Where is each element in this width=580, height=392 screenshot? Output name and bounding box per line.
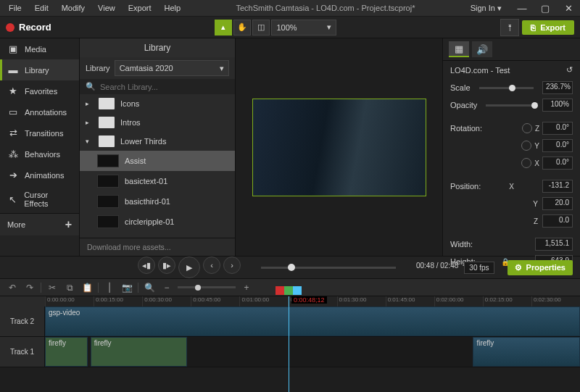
select-tool[interactable]: ▴: [215, 20, 232, 36]
snapshot-button[interactable]: 📷: [120, 281, 133, 294]
rotation-y-value[interactable]: 0.0°: [542, 139, 573, 152]
hand-icon: ✋: [237, 22, 247, 32]
sidebar-item-cursor-effects[interactable]: ↖Cursor Effects: [0, 185, 79, 213]
opacity-row: Opacity 100%: [443, 96, 580, 114]
close-button[interactable]: ✕: [560, 3, 577, 14]
minimize-button[interactable]: —: [513, 3, 531, 14]
timeline-clip[interactable]: firefly: [473, 337, 580, 367]
zoom-in-button[interactable]: +: [240, 281, 253, 294]
timeline-ruler[interactable]: 0:00:00:000:00:15:000:00:30:000:00:45:00…: [0, 296, 580, 306]
scale-value[interactable]: 236.7%: [542, 81, 573, 94]
position-x-value[interactable]: -131.2: [542, 180, 573, 193]
sidebar-item-annotations[interactable]: ▭Annotations: [0, 101, 79, 122]
properties-tab-audio[interactable]: 🔊: [472, 41, 492, 57]
library-dropdown[interactable]: Camtasia 2020 ▾: [115, 60, 229, 76]
zoom-search-button[interactable]: 🔍: [143, 281, 156, 294]
canvas-area[interactable]: [236, 38, 442, 256]
prev-frame-button[interactable]: ◂▮: [138, 257, 155, 274]
timeline-clip[interactable]: gsp-video: [45, 306, 580, 336]
pan-tool[interactable]: ✋: [233, 20, 251, 36]
library-search-input[interactable]: [100, 83, 229, 91]
copy-button[interactable]: ⧉: [63, 281, 76, 294]
rotation-z-value[interactable]: 0.0°: [542, 122, 573, 135]
position-z-value[interactable]: 0.0: [542, 214, 573, 228]
library-asset-circleripple[interactable]: circleripple-01: [80, 212, 235, 232]
sidebar-more-button[interactable]: More: [7, 220, 25, 229]
split-button[interactable]: ⎮: [103, 281, 116, 294]
record-icon: [6, 23, 14, 32]
undo-button[interactable]: ↶: [6, 281, 19, 294]
timeline-clip[interactable]: firefly: [45, 337, 88, 367]
opacity-value[interactable]: 100%: [542, 99, 573, 112]
menu-view[interactable]: View: [92, 1, 121, 14]
sidebar-add-button[interactable]: +: [65, 218, 72, 231]
library-folder-intros[interactable]: ▸Intros: [80, 113, 235, 132]
share-button[interactable]: ⭱: [500, 19, 519, 36]
track-content[interactable]: gsp-video: [45, 306, 580, 336]
folder-label: Lower Thirds: [120, 137, 166, 146]
annotations-icon: ▭: [7, 107, 19, 117]
menu-export[interactable]: Export: [123, 1, 157, 14]
library-asset-basicthird[interactable]: basicthird-01: [80, 191, 235, 212]
video-preview[interactable]: [252, 99, 426, 196]
properties-tab-video[interactable]: ▦: [449, 41, 469, 57]
export-button[interactable]: ⎘ Export: [522, 20, 574, 35]
crop-tool[interactable]: ◫: [252, 20, 270, 36]
library-asset-assist[interactable]: Assist: [80, 151, 235, 171]
sidebar-item-transitions[interactable]: ⇄Transitions: [0, 122, 79, 143]
asset-label: basictext-01: [125, 177, 167, 185]
menu-file[interactable]: File: [3, 1, 28, 14]
paste-button[interactable]: 📋: [80, 281, 94, 294]
redo-button[interactable]: ↷: [23, 281, 36, 294]
properties-button[interactable]: ⚙ Properties: [508, 260, 573, 275]
timeline-track: Track 1fireflyfireflyfirefly: [0, 337, 580, 367]
record-button[interactable]: Record: [6, 22, 51, 33]
axis-x-label: X: [509, 183, 514, 191]
rotation-x-dial[interactable]: [521, 158, 531, 168]
window-controls: Sign In ▾ — ▢ ✕: [465, 2, 577, 14]
menu-edit[interactable]: Edit: [29, 1, 54, 14]
track-label[interactable]: Track 1: [0, 337, 45, 367]
zoom-out-button[interactable]: −: [160, 281, 173, 294]
download-assets-link[interactable]: Download more assets...: [80, 238, 235, 256]
cut-button[interactable]: ✂: [46, 281, 59, 294]
scale-slider[interactable]: [479, 87, 534, 89]
opacity-slider[interactable]: [486, 104, 534, 107]
scrub-bar[interactable]: [261, 267, 396, 269]
track-label[interactable]: Track 2: [0, 306, 45, 336]
ruler-tick: 0:00:00:00: [45, 296, 94, 306]
maximize-button[interactable]: ▢: [536, 3, 554, 14]
library-search-row: 🔍: [80, 79, 235, 94]
sidebar-item-animations[interactable]: ➔Animations: [0, 164, 79, 185]
prev-clip-button[interactable]: ‹: [203, 257, 220, 274]
sidebar-item-favorites[interactable]: ★Favorites: [0, 80, 79, 101]
timeline-clip[interactable]: firefly: [91, 337, 187, 367]
fps-display[interactable]: 30 fps: [464, 262, 494, 274]
play-button[interactable]: ▶: [178, 257, 200, 278]
playback-buttons: ◂▮ ▮▸ ▶ ‹ ›: [138, 257, 241, 278]
zoom-dropdown[interactable]: 100% ▾: [271, 20, 336, 36]
library-folder-icons[interactable]: ▸Icons: [80, 94, 235, 113]
sidebar-item-library[interactable]: ▬Library: [0, 59, 79, 80]
track-content[interactable]: fireflyfireflyfirefly: [45, 337, 580, 367]
crop-icon: ◫: [257, 22, 265, 32]
library-asset-basictext[interactable]: basictext-01: [80, 171, 235, 191]
scrub-handle[interactable]: [288, 264, 295, 271]
step-back-button[interactable]: ▮▸: [158, 257, 175, 274]
rotation-x-value[interactable]: 0.0°: [542, 157, 573, 170]
position-y-value[interactable]: 20.0: [542, 197, 573, 210]
library-folder-lower-thirds[interactable]: ▾Lower Thirds: [80, 132, 235, 151]
next-clip-button[interactable]: ›: [223, 257, 241, 274]
sidebar-item-media[interactable]: ▣Media: [0, 38, 79, 59]
zoom-slider[interactable]: [178, 286, 236, 288]
sign-in-button[interactable]: Sign In ▾: [465, 2, 508, 14]
reset-icon[interactable]: ↺: [566, 65, 573, 75]
sidebar-item-behaviors[interactable]: ⁂Behaviors: [0, 143, 79, 164]
playhead[interactable]: [289, 296, 289, 392]
sidebar: ▣Media ▬Library ★Favorites ▭Annotations …: [0, 38, 80, 256]
rotation-z-dial[interactable]: [522, 123, 532, 133]
width-value[interactable]: 1,515.1: [535, 238, 573, 251]
rotation-y-dial[interactable]: [521, 141, 531, 151]
menu-modify[interactable]: Modify: [56, 1, 91, 14]
menu-help[interactable]: Help: [159, 1, 187, 14]
